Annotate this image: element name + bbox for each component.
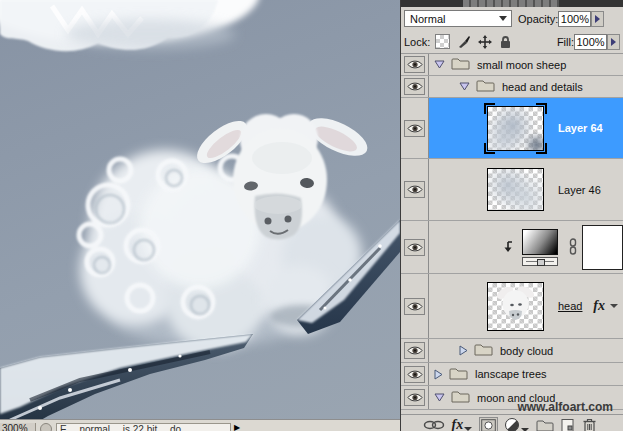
watermark: www.alfoart.com bbox=[401, 401, 623, 414]
collapsed-triangle-icon[interactable] bbox=[434, 369, 443, 380]
add-layer-style-button[interactable]: fx bbox=[452, 417, 473, 431]
chevron-down-icon bbox=[499, 16, 507, 21]
layer-row-lanscape-trees[interactable]: lanscape trees bbox=[401, 363, 623, 386]
layer-thumbnail[interactable] bbox=[484, 165, 547, 214]
eye-icon bbox=[407, 81, 423, 92]
visibility-toggle[interactable] bbox=[401, 363, 429, 385]
folder-icon bbox=[451, 57, 470, 72]
mask-link-icon[interactable] bbox=[568, 238, 578, 257]
gradient-slider[interactable] bbox=[522, 257, 558, 266]
visibility-toggle[interactable] bbox=[401, 98, 429, 158]
layer-name[interactable]: Layer 64 bbox=[558, 122, 603, 134]
layer-name: small moon sheep bbox=[477, 59, 566, 71]
layer-row-layer-46[interactable]: Layer 46 bbox=[401, 159, 623, 221]
scrollbar-track[interactable] bbox=[243, 423, 400, 431]
status-icon bbox=[40, 423, 52, 431]
lock-all-icon[interactable] bbox=[499, 35, 512, 49]
fill-spinner-button[interactable] bbox=[607, 34, 620, 50]
eye-icon bbox=[407, 123, 423, 134]
lock-move-icon[interactable] bbox=[478, 35, 492, 49]
folder-icon bbox=[449, 367, 468, 382]
layer-name: lanscape trees bbox=[475, 368, 547, 380]
panel-tab-strip[interactable] bbox=[401, 0, 623, 7]
status-menu-arrow[interactable]: ▶ bbox=[231, 423, 243, 431]
layer-name[interactable]: Layer 46 bbox=[558, 184, 601, 196]
visibility-toggle[interactable] bbox=[401, 339, 429, 362]
eye-icon bbox=[407, 184, 423, 195]
eye-icon bbox=[407, 369, 423, 380]
new-adjustment-layer-button[interactable] bbox=[504, 417, 529, 431]
layer-mask-icon bbox=[481, 419, 496, 431]
visibility-toggle[interactable] bbox=[401, 159, 429, 220]
new-group-button[interactable] bbox=[536, 419, 554, 431]
layer-name[interactable]: head bbox=[558, 300, 582, 312]
layer-name: body cloud bbox=[500, 345, 553, 357]
document-canvas[interactable]: 300% E… normal… is 22 bit… do… ▶ bbox=[0, 0, 400, 431]
layer-row-head[interactable]: head fx bbox=[401, 274, 623, 339]
link-layers-button[interactable] bbox=[423, 419, 445, 431]
visibility-toggle[interactable] bbox=[401, 221, 429, 273]
layer-list: small moon sheep head and details bbox=[401, 54, 623, 410]
opacity-value: 100% bbox=[561, 13, 589, 25]
visibility-toggle[interactable] bbox=[401, 54, 429, 75]
eye-icon bbox=[407, 59, 423, 70]
lock-fill-row: Lock: Fill: 100% bbox=[401, 30, 623, 54]
add-layer-mask-button[interactable] bbox=[479, 417, 498, 431]
lock-transparency-icon[interactable] bbox=[435, 34, 450, 49]
opacity-label: Opacity: bbox=[518, 13, 558, 25]
layer-row-small-moon-sheep[interactable]: small moon sheep bbox=[401, 54, 623, 76]
folder-icon bbox=[474, 343, 493, 358]
trash-icon bbox=[582, 417, 597, 431]
canvas-image bbox=[0, 0, 400, 431]
blend-opacity-row: Normal Opacity: 100% bbox=[401, 7, 623, 30]
layer-row-layer-64[interactable]: Layer 64 bbox=[401, 98, 623, 159]
fx-icon: fx bbox=[452, 417, 464, 431]
new-layer-button[interactable] bbox=[560, 418, 575, 431]
opacity-spinner-button[interactable] bbox=[591, 11, 604, 27]
blend-mode-dropdown[interactable]: Normal bbox=[404, 10, 512, 27]
eye-icon bbox=[407, 301, 423, 312]
layer-name: head and details bbox=[502, 81, 583, 93]
new-group-icon bbox=[536, 419, 554, 431]
visibility-toggle[interactable] bbox=[401, 274, 429, 338]
gradient-fill-thumbnail[interactable] bbox=[522, 229, 558, 266]
lock-paint-brush-icon[interactable] bbox=[457, 35, 471, 49]
collapsed-triangle-icon[interactable] bbox=[459, 345, 468, 356]
layer-thumbnail[interactable] bbox=[484, 103, 547, 154]
blend-mode-value: Normal bbox=[410, 13, 445, 25]
fill-input[interactable]: 100% bbox=[574, 34, 607, 50]
eye-icon bbox=[407, 345, 423, 356]
visibility-toggle[interactable] bbox=[401, 76, 429, 97]
expand-triangle-icon[interactable] bbox=[459, 82, 470, 91]
fx-expand-arrow-icon[interactable] bbox=[610, 304, 618, 308]
lock-label: Lock: bbox=[404, 36, 430, 48]
clipping-mask-arrow-icon bbox=[501, 240, 514, 255]
snowy-branch-left bbox=[0, 334, 253, 431]
fill-value: 100% bbox=[576, 36, 604, 48]
moon-cloud bbox=[0, 0, 260, 51]
lamb-head-thumbnail-image bbox=[488, 283, 543, 330]
fill-label: Fill: bbox=[557, 36, 574, 48]
status-text: E… normal… is 22 bit… do… bbox=[56, 423, 231, 431]
layer-row-head-and-details[interactable]: head and details bbox=[401, 76, 623, 98]
delete-layer-button[interactable] bbox=[582, 417, 597, 431]
layer-row-body-cloud[interactable]: body cloud bbox=[401, 339, 623, 363]
layer-mask-thumbnail[interactable] bbox=[582, 225, 623, 270]
zoom-level-box[interactable]: 300% bbox=[0, 423, 36, 431]
eye-icon bbox=[407, 242, 423, 253]
opacity-input[interactable]: 100% bbox=[558, 11, 591, 27]
folder-icon bbox=[476, 79, 495, 94]
layer-row-gradient-adjustment[interactable] bbox=[401, 221, 623, 274]
photoshop-workspace: 300% E… normal… is 22 bit… do… ▶ Normal … bbox=[0, 0, 623, 431]
layers-panel-footer: www.alfoart.com fx bbox=[401, 401, 623, 431]
layer-thumbnail[interactable] bbox=[484, 279, 547, 334]
expand-triangle-icon[interactable] bbox=[434, 60, 445, 69]
layer-effects-fx-icon[interactable]: fx bbox=[593, 298, 605, 314]
new-layer-icon bbox=[560, 418, 575, 431]
document-status-bar: 300% E… normal… is 22 bit… do… ▶ bbox=[0, 419, 400, 431]
adjustment-layer-icon bbox=[504, 417, 520, 431]
fx-menu-arrow-icon bbox=[464, 427, 472, 431]
layers-panel: Normal Opacity: 100% Lock: bbox=[400, 0, 623, 431]
